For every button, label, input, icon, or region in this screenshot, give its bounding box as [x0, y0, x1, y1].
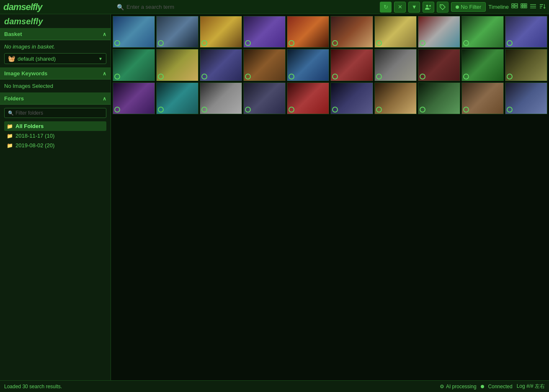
basket-dropdown-arrow: ▼: [98, 56, 103, 61]
view-icon-3[interactable]: [530, 3, 536, 10]
folder-item-1[interactable]: 📁 2018-11-17 (10): [4, 131, 106, 141]
image-cell[interactable]: [418, 16, 460, 48]
top-bar: damselfly 🔍 ↻ ✕ ▼ No Filter Timeline: [0, 0, 549, 14]
image-cell[interactable]: [505, 16, 547, 48]
select-circle[interactable]: [420, 40, 425, 46]
no-filter-button[interactable]: No Filter: [451, 2, 486, 12]
image-cell[interactable]: [113, 82, 155, 114]
image-cell[interactable]: [200, 82, 242, 114]
image-cell[interactable]: [374, 16, 417, 48]
select-circle[interactable]: [289, 74, 294, 79]
sidebar: damselfly Basket ∧ No images in basket. …: [0, 14, 111, 380]
select-circle[interactable]: [245, 74, 251, 79]
svg-rect-5: [512, 6, 514, 8]
filter-folders-input[interactable]: [15, 110, 103, 116]
image-cell[interactable]: [505, 82, 547, 114]
select-circle[interactable]: [158, 74, 164, 79]
image-cell[interactable]: [113, 49, 155, 81]
folders-collapse-icon: ∧: [103, 96, 106, 102]
folders-title: Folders: [4, 95, 24, 102]
select-circle[interactable]: [376, 74, 382, 79]
basket-section: No images in basket. 🧺 default (shared) …: [0, 40, 111, 68]
timeline-label: Timeline: [488, 4, 509, 10]
gear-icon: ⚙: [440, 384, 444, 389]
folder-item-all[interactable]: 📁 All Folders: [4, 121, 106, 131]
image-cell[interactable]: [374, 82, 417, 114]
folders-header[interactable]: Folders ∧: [0, 93, 111, 105]
tag-button[interactable]: [437, 2, 448, 13]
image-cell[interactable]: [418, 82, 460, 114]
status-bar: Loaded 30 search results. ⚙ AI processin…: [0, 380, 549, 392]
select-circle[interactable]: [420, 107, 425, 113]
loaded-text: Loaded 30 search results.: [4, 384, 62, 389]
image-cell[interactable]: [461, 16, 504, 48]
select-circle[interactable]: [507, 74, 513, 79]
select-circle[interactable]: [158, 107, 164, 113]
image-cell[interactable]: [156, 82, 198, 114]
image-cell[interactable]: [287, 49, 329, 81]
svg-rect-11: [523, 6, 525, 8]
folder-item-2[interactable]: 📁 2019-08-02 (20): [4, 141, 106, 150]
image-cell[interactable]: [418, 49, 460, 81]
image-cell[interactable]: [330, 49, 373, 81]
folder-label-all: All Folders: [15, 123, 44, 129]
status-right: ⚙ AI processing Connected Log #/# 左右: [440, 383, 545, 390]
filter-folders-wrap: 🔍: [4, 108, 106, 118]
image-cell[interactable]: [113, 16, 155, 48]
image-cell[interactable]: [505, 49, 547, 81]
sort-icon[interactable]: [539, 3, 546, 10]
image-cell[interactable]: [461, 82, 504, 114]
basket-icon: 🧺: [8, 55, 15, 62]
image-grid: [113, 16, 547, 114]
folder-icon-2: 📁: [7, 143, 13, 149]
content-area: [111, 14, 549, 380]
image-cell[interactable]: [243, 16, 286, 48]
image-cell[interactable]: [243, 82, 286, 114]
folder-label-2: 2019-08-02 (20): [15, 142, 54, 149]
keywords-title: Image Keywords: [4, 70, 47, 77]
clear-button[interactable]: ✕: [394, 2, 406, 13]
image-cell[interactable]: [374, 49, 417, 81]
view-icon-1[interactable]: [511, 3, 518, 10]
connected-label: Connected: [488, 384, 513, 389]
image-cell[interactable]: [200, 49, 242, 81]
select-circle[interactable]: [376, 40, 382, 46]
image-cell[interactable]: [156, 49, 198, 81]
select-circle[interactable]: [463, 107, 469, 113]
top-bar-right: Timeline: [488, 3, 546, 10]
image-cell[interactable]: [200, 16, 242, 48]
basket-header[interactable]: Basket ∧: [0, 28, 111, 40]
select-circle[interactable]: [114, 107, 120, 113]
ai-processing-label: AI processing: [446, 384, 477, 389]
select-circle[interactable]: [420, 74, 425, 79]
basket-title: Basket: [4, 31, 22, 37]
svg-rect-6: [515, 6, 518, 8]
svg-rect-3: [512, 4, 514, 5]
view-icon-2[interactable]: [521, 3, 527, 10]
svg-rect-7: [521, 4, 523, 5]
select-circle[interactable]: [201, 74, 207, 79]
image-cell[interactable]: [287, 16, 329, 48]
select-circle[interactable]: [376, 107, 382, 113]
image-cell[interactable]: [461, 49, 504, 81]
main-layout: damselfly Basket ∧ No images in basket. …: [0, 14, 549, 380]
folder-icon-all: 📁: [7, 123, 13, 129]
basket-dropdown[interactable]: 🧺 default (shared) ▼: [4, 53, 106, 64]
image-cell[interactable]: [156, 16, 198, 48]
search-icon: 🔍: [117, 4, 124, 10]
image-cell[interactable]: [330, 16, 373, 48]
svg-rect-10: [521, 6, 523, 8]
select-circle[interactable]: [114, 74, 120, 79]
image-cell[interactable]: [287, 82, 329, 114]
search-input[interactable]: [126, 4, 377, 10]
image-cell[interactable]: [330, 82, 373, 114]
sidebar-logo: damselfly: [4, 17, 43, 26]
reload-button[interactable]: ↻: [380, 2, 392, 13]
select-circle[interactable]: [507, 107, 513, 113]
keywords-header[interactable]: Image Keywords ∧: [0, 68, 111, 79]
svg-rect-4: [515, 4, 518, 5]
people-button[interactable]: [423, 2, 434, 13]
select-circle[interactable]: [463, 74, 469, 79]
image-cell[interactable]: [243, 49, 286, 81]
dropdown-button[interactable]: ▼: [408, 2, 420, 13]
